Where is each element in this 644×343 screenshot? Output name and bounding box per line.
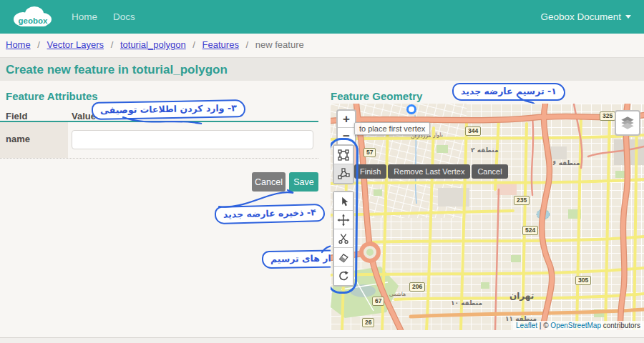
map-zoom-control: + − [336, 109, 356, 146]
rotate-layer-button[interactable] [334, 267, 353, 285]
finish-button[interactable]: Finish [354, 164, 386, 179]
zoom-out-button[interactable]: − [338, 128, 355, 145]
vertex-marker[interactable] [406, 104, 416, 114]
user-menu-label: Geobox Document [540, 11, 621, 22]
cursor-icon [337, 195, 350, 208]
cut-layer-button[interactable] [334, 229, 353, 248]
table-row-field-cell: name [0, 122, 68, 158]
save-button[interactable]: Save [289, 172, 318, 192]
name-value-input[interactable] [72, 130, 313, 149]
top-navbar: geobox Home Docs Geobox Document [0, 0, 644, 34]
road-shield: 325 [600, 111, 615, 121]
cancel-draw-button[interactable]: Cancel [472, 164, 507, 179]
draw-toolbar [333, 144, 354, 293]
page: geobox Home Docs Geobox Document Home / … [0, 0, 644, 343]
map-canvas[interactable]: 344 325 57 235 524 206 67 26 305 منطقه ۶… [331, 104, 644, 330]
road-shield: 67 [372, 297, 384, 306]
draw-polygon-button[interactable] [334, 164, 353, 183]
scissors-icon [337, 232, 350, 245]
road-shield: 305 [575, 276, 591, 285]
breadcrumb-vector-layers[interactable]: Vector Layers [47, 39, 104, 50]
edit-vertices-button[interactable] [334, 192, 353, 211]
map-attribution: Leaflet | © OpenStreetMap contributors [512, 321, 644, 330]
polygon-tool-icon [336, 166, 351, 181]
draw-tooltip: to place first vertex [354, 122, 430, 135]
breadcrumb-separator: / [246, 39, 249, 50]
leaflet-link[interactable]: Leaflet [516, 322, 537, 329]
breadcrumb-current: new feature [255, 39, 304, 50]
move-icon [337, 214, 350, 227]
rectangle-tool-icon [336, 148, 351, 162]
footer-strip [0, 337, 644, 343]
breadcrumb: Home / Vector Layers / toturial_polygon … [6, 39, 304, 50]
cancel-button[interactable]: Cancel [252, 172, 286, 192]
user-menu-dropdown[interactable]: Geobox Document [540, 11, 631, 22]
osm-link[interactable]: OpenStreetMap [550, 322, 601, 329]
map-street-label: هاشمی [389, 291, 406, 297]
row-divider [0, 158, 318, 159]
zoom-in-button[interactable]: + [338, 111, 355, 128]
rotate-icon [337, 269, 350, 282]
remove-last-vertex-button[interactable]: Remove Last Vertex [388, 164, 470, 179]
field-name-label: name [0, 122, 68, 144]
map-place-label: منطقه ۶ [552, 159, 580, 166]
map-place-label: منطقه ۱۰ [451, 299, 482, 307]
annotation-draw: ۱- ترسیم عارضه جدید [452, 83, 565, 101]
drag-layer-button[interactable] [334, 211, 353, 229]
title-band: Create new feature in toturial_polygon [0, 57, 644, 81]
draw-tool-group [333, 144, 354, 184]
map-city-label: تهران [509, 291, 534, 301]
geometry-heading: Feature Geometry [331, 90, 422, 102]
eraser-icon [337, 251, 350, 264]
breadcrumb-separator: / [192, 39, 195, 50]
attribution-suffix: contributors [601, 322, 640, 329]
map-place-label: منطقه ۲ [471, 146, 499, 154]
edit-tool-group [333, 191, 354, 287]
layers-icon [618, 114, 637, 132]
draw-action-bar: Finish Remove Last Vertex Cancel [354, 164, 508, 179]
brand-text: geobox [19, 16, 48, 25]
remove-layer-button[interactable] [334, 248, 353, 267]
road-shield: 344 [465, 126, 481, 136]
column-header-field: Field [6, 111, 27, 121]
breadcrumb-layer[interactable]: toturial_polygon [120, 39, 186, 50]
road-shield: 26 [362, 318, 374, 327]
breadcrumb-features[interactable]: Features [203, 39, 239, 50]
chevron-down-icon [625, 15, 631, 19]
road-shield: 206 [409, 282, 425, 292]
attributes-heading: Feature Attributes [6, 90, 98, 102]
copyright-symbol: © [543, 322, 550, 329]
annotation-save: ۴- ذخیره عارضه جدید [215, 204, 325, 224]
breadcrumb-separator: / [111, 39, 114, 50]
draw-rectangle-button[interactable] [334, 146, 353, 164]
page-title: Create new feature in toturial_polygon [0, 58, 644, 81]
road-shield: 524 [522, 226, 538, 235]
annotation-attributes: ۳- وارد کردن اطلاعات توصیفی [92, 99, 245, 120]
nav-link-docs[interactable]: Docs [113, 11, 135, 22]
breadcrumb-separator: / [37, 39, 40, 50]
road-shield: 57 [364, 148, 376, 157]
road-shield: 235 [514, 196, 530, 205]
nav-link-home[interactable]: Home [72, 11, 97, 22]
geobox-logo[interactable]: geobox [10, 4, 56, 30]
breadcrumb-home[interactable]: Home [6, 39, 31, 50]
attribution-separator: | [537, 322, 543, 329]
layers-control[interactable] [615, 110, 640, 136]
